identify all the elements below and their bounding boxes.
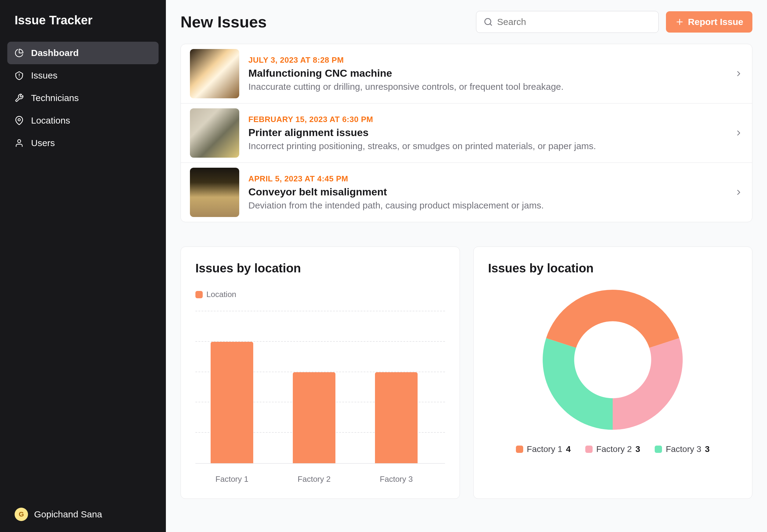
chevron-right-icon — [734, 188, 743, 197]
chevron-right-icon — [734, 69, 743, 78]
issue-desc: Inaccurate cutting or drilling, unrespon… — [248, 82, 725, 92]
chart-title: Issues by location — [195, 261, 445, 275]
donut-slice — [613, 338, 683, 430]
sidebar-item-label: Issues — [31, 70, 58, 81]
chevron-right-icon — [734, 129, 743, 137]
legend-label: Factory 2 — [596, 444, 632, 454]
svg-point-3 — [18, 140, 21, 143]
svg-point-2 — [18, 119, 20, 121]
issues-list: JULY 3, 2023 AT 8:28 PM Malfunctioning C… — [180, 44, 752, 222]
bar-label: Factory 2 — [293, 474, 335, 484]
sidebar-item-issues[interactable]: Issues — [7, 64, 159, 87]
legend-item: Factory 2 3 — [585, 444, 640, 454]
bar-chart-card: Issues by location Location Factory 1Fac… — [180, 247, 460, 499]
legend-value: 4 — [566, 444, 571, 454]
sidebar-item-label: Dashboard — [31, 48, 79, 58]
chart-title: Issues by location — [488, 261, 738, 275]
issue-desc: Incorrect printing positioning, streaks,… — [248, 141, 725, 151]
alert-icon — [15, 71, 24, 80]
legend-swatch — [195, 291, 203, 298]
app-title: Issue Tracker — [7, 13, 159, 27]
bar — [375, 372, 418, 463]
issue-body: FEBRUARY 15, 2023 AT 6:30 PM Printer ali… — [248, 115, 725, 151]
issue-row[interactable]: JULY 3, 2023 AT 8:28 PM Malfunctioning C… — [181, 44, 752, 103]
sidebar-item-label: Locations — [31, 115, 70, 126]
search-input[interactable] — [497, 17, 651, 27]
user-name: Gopichand Sana — [34, 509, 102, 520]
issue-row[interactable]: FEBRUARY 15, 2023 AT 6:30 PM Printer ali… — [181, 103, 752, 163]
nav: Dashboard Issues Technicians Locations U… — [7, 42, 159, 504]
issue-date: APRIL 5, 2023 AT 4:45 PM — [248, 174, 725, 184]
legend-swatch — [585, 446, 593, 453]
legend-label: Location — [206, 290, 236, 299]
sidebar-item-users[interactable]: Users — [7, 132, 159, 154]
donut-slice — [546, 290, 679, 348]
issue-title: Conveyor belt misalignment — [248, 186, 725, 198]
bar-legend: Location — [195, 290, 445, 299]
sidebar-item-label: Technicians — [31, 93, 79, 103]
header: New Issues Report Issue — [180, 11, 752, 33]
issue-title: Malfunctioning CNC machine — [248, 67, 725, 79]
legend-item: Factory 1 4 — [516, 444, 571, 454]
sidebar-item-locations[interactable]: Locations — [7, 109, 159, 132]
issue-thumbnail — [190, 49, 239, 98]
issue-date: JULY 3, 2023 AT 8:28 PM — [248, 55, 725, 65]
legend-label: Factory 1 — [527, 444, 562, 454]
search-icon — [484, 17, 493, 26]
issue-body: JULY 3, 2023 AT 8:28 PM Malfunctioning C… — [248, 55, 725, 92]
report-issue-button[interactable]: Report Issue — [666, 11, 752, 33]
charts-grid: Issues by location Location Factory 1Fac… — [180, 247, 752, 499]
legend-label: Factory 3 — [666, 444, 701, 454]
sidebar: Issue Tracker Dashboard Issues Technicia… — [0, 0, 166, 532]
issue-title: Printer alignment issues — [248, 127, 725, 138]
donut-chart: Factory 1 4Factory 2 3Factory 3 3 — [488, 290, 738, 454]
user-icon — [15, 138, 24, 148]
donut-svg — [543, 290, 683, 430]
donut-slice — [543, 338, 613, 430]
issue-thumbnail — [190, 108, 239, 158]
legend-swatch — [655, 446, 662, 453]
bar-labels: Factory 1Factory 2Factory 3 — [195, 474, 445, 484]
page-title: New Issues — [180, 13, 469, 31]
search-box[interactable] — [476, 11, 659, 33]
bar — [211, 342, 253, 463]
bar — [293, 372, 335, 463]
wrench-icon — [15, 93, 24, 103]
legend-value: 3 — [705, 444, 710, 454]
donut-chart-card: Issues by location Factory 1 4Factory 2 … — [473, 247, 753, 499]
legend-swatch — [516, 446, 523, 453]
sidebar-item-label: Users — [31, 138, 55, 148]
bar-label: Factory 1 — [211, 474, 253, 484]
issue-date: FEBRUARY 15, 2023 AT 6:30 PM — [248, 115, 725, 124]
main: New Issues Report Issue JULY 3, 2023 AT … — [166, 0, 767, 532]
bar-chart — [195, 311, 445, 464]
issue-thumbnail — [190, 168, 239, 217]
pin-icon — [15, 116, 24, 125]
issue-desc: Deviation from the intended path, causin… — [248, 200, 725, 211]
report-issue-label: Report Issue — [688, 17, 743, 27]
legend-value: 3 — [636, 444, 640, 454]
issue-row[interactable]: APRIL 5, 2023 AT 4:45 PM Conveyor belt m… — [181, 163, 752, 222]
sidebar-item-technicians[interactable]: Technicians — [7, 87, 159, 109]
current-user[interactable]: G Gopichand Sana — [7, 504, 159, 525]
legend-item: Factory 3 3 — [655, 444, 709, 454]
bars — [195, 311, 445, 463]
plus-icon — [675, 17, 684, 26]
svg-line-5 — [490, 24, 492, 25]
bar-label: Factory 3 — [375, 474, 418, 484]
issue-body: APRIL 5, 2023 AT 4:45 PM Conveyor belt m… — [248, 174, 725, 211]
pie-chart-icon — [15, 48, 24, 58]
avatar: G — [15, 508, 28, 521]
donut-legend: Factory 1 4Factory 2 3Factory 3 3 — [516, 444, 710, 454]
sidebar-item-dashboard[interactable]: Dashboard — [7, 42, 159, 64]
